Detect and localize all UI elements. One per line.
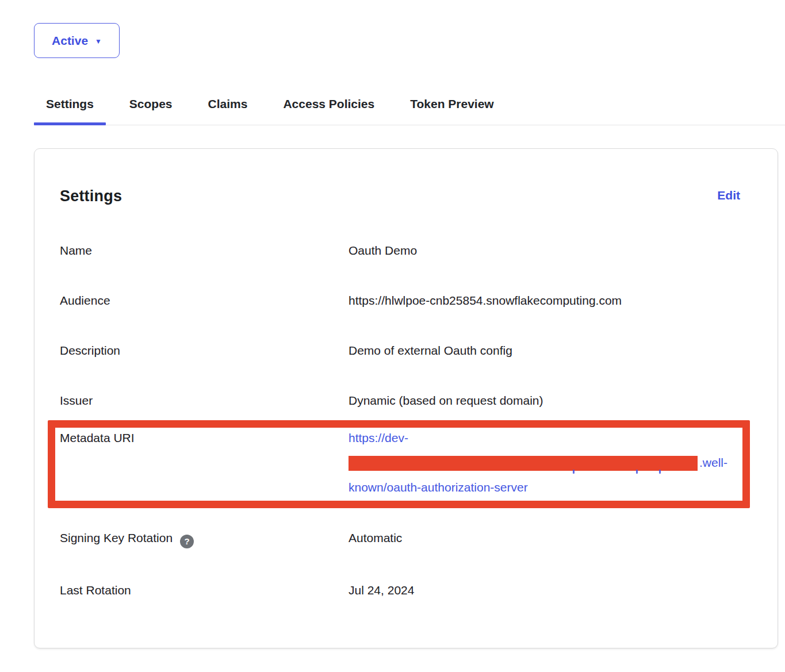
card-header: Settings Edit: [60, 187, 740, 205]
signing-key-rotation-label: Signing Key Rotation: [60, 531, 173, 544]
card-title: Settings: [60, 187, 122, 205]
issuer-value: Dynamic (based on request domain): [349, 392, 740, 409]
tab-strip: Settings Scopes Claims Access Policies T…: [34, 90, 785, 125]
help-icon[interactable]: ?: [180, 535, 194, 548]
metadata-uri-value: https://dev- .well- known/oauth-authoriz…: [349, 425, 740, 500]
description-value: Demo of external Oauth config: [349, 342, 740, 359]
settings-card: Settings Edit Name Oauth Demo Audience h…: [34, 148, 778, 648]
audience-value: https://hlwlpoe-cnb25854.snowflakecomput…: [349, 292, 740, 309]
signing-key-rotation-value: Automatic: [349, 529, 740, 548]
tab-strip-inner: Settings Scopes Claims Access Policies T…: [34, 90, 785, 125]
field-row-last-rotation: Last Rotation Jul 24, 2024: [60, 582, 740, 598]
field-row-description: Description Demo of external Oauth confi…: [60, 342, 740, 359]
caret-down-icon: ▼: [95, 38, 102, 45]
name-label: Name: [60, 242, 349, 259]
metadata-uri-link[interactable]: https://dev- .well- known/oauth-authoriz…: [349, 425, 740, 500]
last-rotation-value: Jul 24, 2024: [349, 582, 740, 598]
last-rotation-label: Last Rotation: [60, 582, 349, 598]
status-dropdown-label: Active: [52, 34, 88, 48]
tab-access-policies[interactable]: Access Policies: [271, 90, 386, 125]
metadata-uri-line2: .well-: [349, 456, 727, 469]
edit-button[interactable]: Edit: [717, 187, 740, 204]
issuer-label: Issuer: [60, 392, 349, 409]
signing-key-rotation-label-cell: Signing Key Rotation?: [60, 529, 349, 548]
tab-scopes[interactable]: Scopes: [117, 90, 185, 125]
description-label: Description: [60, 342, 349, 359]
field-row-metadata-uri: Metadata URI https://dev- .well- known/o…: [60, 425, 740, 500]
metadata-uri-line3: known/oauth-authorization-server: [349, 475, 740, 500]
field-row-audience: Audience https://hlwlpoe-cnb25854.snowfl…: [60, 292, 740, 309]
audience-label: Audience: [60, 292, 349, 309]
field-row-signing-key-rotation: Signing Key Rotation? Automatic: [60, 529, 740, 548]
metadata-uri-line1: https://dev-: [349, 425, 740, 450]
tab-token-preview[interactable]: Token Preview: [398, 90, 506, 125]
name-value: Oauth Demo: [349, 242, 740, 259]
tab-settings[interactable]: Settings: [34, 90, 106, 125]
status-dropdown-button[interactable]: Active ▼: [34, 23, 120, 58]
metadata-uri-line2-tail: .well-: [699, 456, 727, 469]
page: Active ▼ Settings Scopes Claims Access P…: [0, 0, 785, 672]
field-row-issuer: Issuer Dynamic (based on request domain): [60, 392, 740, 409]
redaction-bar: [349, 456, 698, 471]
metadata-uri-label: Metadata URI: [60, 425, 349, 500]
tab-claims[interactable]: Claims: [196, 90, 260, 125]
field-row-name: Name Oauth Demo: [60, 242, 740, 259]
